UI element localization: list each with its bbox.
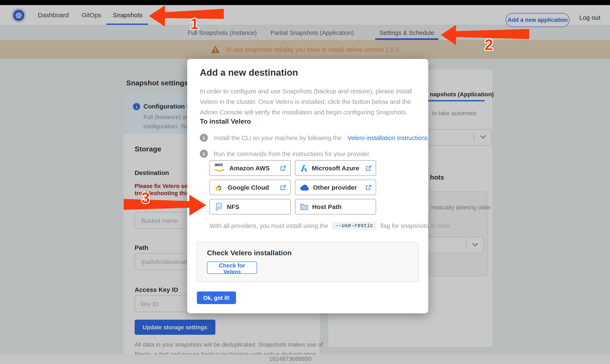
annotation-number-3: 3 — [141, 189, 150, 207]
restic-note: With all providers, you must install usi… — [209, 222, 452, 230]
provider-button-google-cloud[interactable]: Google Cloud — [209, 180, 291, 195]
nfs-icon — [215, 203, 223, 211]
check-velero-heading: Check Velero installation — [207, 249, 292, 257]
provider-button-aws[interactable]: aws Amazon AWS — [209, 160, 291, 176]
external-link-icon — [365, 165, 371, 171]
step-2-badge: 2 — [200, 150, 208, 158]
install-step-2: 2 Run the commands from the instructions… — [200, 150, 369, 158]
annotation-arrow-3 — [122, 193, 207, 217]
annotation-arrow-1 — [148, 3, 225, 29]
provider-button-host-path[interactable]: Host Path — [295, 199, 376, 214]
modal-title: Add a new destination — [200, 67, 298, 78]
annotation-number-1: 1 — [190, 15, 199, 33]
cloud-icon — [300, 184, 309, 191]
ok-got-it-button[interactable]: Ok, got it! — [197, 291, 236, 304]
screen: ☸ Dashboard GitOps Snapshots Add a new a… — [0, 0, 610, 364]
velero-instructions-link[interactable]: Velero installation instructions — [348, 134, 428, 141]
install-velero-heading: To install Velero — [200, 118, 251, 125]
external-link-icon — [280, 184, 286, 190]
annotation-number-2: 2 — [485, 36, 493, 54]
add-destination-modal: Add a new destination In order to config… — [187, 59, 428, 313]
google-cloud-logo-icon — [215, 183, 224, 191]
install-step-1: 1 Install the CLI on your machine by fol… — [200, 134, 428, 142]
restic-flag-code: --use-restic — [332, 222, 376, 230]
aws-logo-icon: aws — [215, 163, 225, 173]
folder-icon — [300, 203, 308, 210]
step-1-badge: 1 — [200, 134, 208, 142]
azure-logo-icon — [300, 164, 308, 172]
provider-button-azure[interactable]: Microsoft Azure — [295, 160, 376, 176]
check-velero-box: Check Velero installation Check for Vele… — [197, 242, 419, 282]
provider-button-nfs[interactable]: NFS — [209, 199, 291, 214]
external-link-icon — [365, 184, 371, 190]
provider-button-other[interactable]: Other provider — [295, 180, 376, 195]
modal-intro: In order to configure and use Snapshots … — [200, 86, 412, 117]
check-for-velero-button[interactable]: Check for Velero — [207, 261, 257, 274]
external-link-icon — [280, 165, 286, 171]
